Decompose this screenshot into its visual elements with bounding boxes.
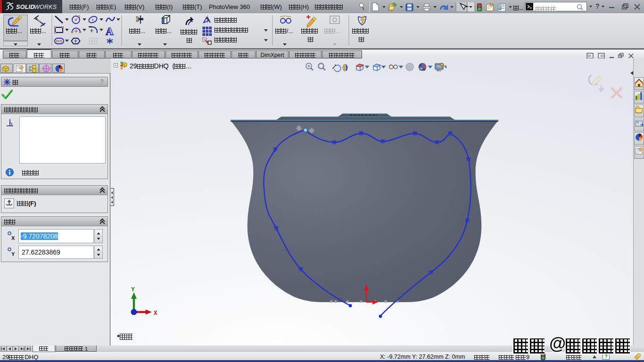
- svg-text:A: A: [106, 25, 114, 37]
- svg-text:Y: Y: [131, 286, 135, 293]
- svg-text:Y: Y: [11, 251, 15, 257]
- svg-text:SOLID: SOLID: [16, 4, 35, 10]
- svg-text:X: X: [11, 235, 15, 241]
- svg-text:WORKS: WORKS: [34, 4, 57, 10]
- svg-text:X: X: [154, 310, 157, 317]
